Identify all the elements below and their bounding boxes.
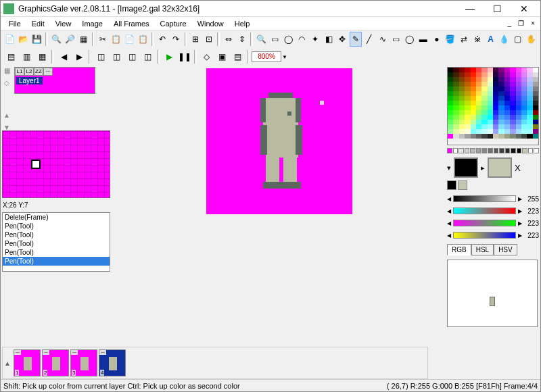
background-swatch[interactable] bbox=[488, 157, 512, 178]
palette-cell[interactable] bbox=[533, 110, 538, 115]
palette-cell[interactable] bbox=[510, 115, 515, 120]
palette-cell[interactable] bbox=[493, 72, 498, 77]
palette-cell[interactable] bbox=[521, 105, 527, 110]
palette-cell[interactable] bbox=[453, 124, 458, 129]
palette-cell[interactable] bbox=[516, 96, 521, 101]
onion1-icon[interactable]: ◫ bbox=[93, 49, 108, 64]
palette-cell[interactable] bbox=[476, 105, 481, 110]
palette-cell[interactable] bbox=[527, 115, 532, 120]
palette-cell[interactable] bbox=[521, 129, 527, 134]
palette-cell[interactable] bbox=[533, 105, 538, 110]
redo-icon[interactable]: ↷ bbox=[170, 32, 183, 47]
palette-cell[interactable] bbox=[488, 101, 493, 105]
palette-cell[interactable] bbox=[533, 68, 538, 72]
selcolor-icon[interactable]: ◧ bbox=[323, 32, 335, 47]
palette-cell[interactable] bbox=[516, 91, 521, 96]
palette-cell[interactable] bbox=[533, 101, 538, 105]
palette-cell[interactable] bbox=[459, 105, 465, 110]
maximize-button[interactable]: ☐ bbox=[484, 2, 511, 16]
palette-cell[interactable] bbox=[498, 68, 504, 72]
palette-cell[interactable] bbox=[510, 105, 515, 110]
play-icon[interactable]: ▶ bbox=[162, 49, 177, 64]
colormode-tab-hsv[interactable]: HSV bbox=[494, 244, 517, 255]
palette-cell[interactable] bbox=[471, 115, 476, 120]
palette-cell[interactable] bbox=[498, 110, 504, 115]
palette-cell[interactable] bbox=[504, 91, 510, 96]
palette-cell[interactable] bbox=[521, 110, 527, 115]
palette-cell[interactable] bbox=[481, 120, 487, 124]
zoom-combo[interactable]: 800% bbox=[252, 51, 281, 62]
palette-cell[interactable] bbox=[476, 91, 481, 96]
palette-cell[interactable] bbox=[498, 72, 504, 77]
gray-cell[interactable] bbox=[511, 148, 516, 153]
palette-cell[interactable] bbox=[504, 134, 510, 139]
palette-cell[interactable] bbox=[453, 105, 458, 110]
zoom-dropdown-icon[interactable]: ▼ bbox=[282, 54, 287, 60]
palette-cell[interactable] bbox=[527, 87, 532, 91]
pause-icon[interactable]: ❚❚ bbox=[177, 49, 192, 64]
close-button[interactable]: ✕ bbox=[511, 2, 538, 16]
menu-help[interactable]: Help bbox=[229, 18, 256, 29]
delframe-icon[interactable]: ▦ bbox=[34, 49, 49, 64]
menu-capture[interactable]: Capture bbox=[155, 18, 192, 29]
transp-icon[interactable]: ◇ bbox=[199, 49, 214, 64]
rect-icon[interactable]: ▭ bbox=[390, 32, 402, 47]
history-panel[interactable]: Delete(Frame)Pen(Tool)Pen(Tool)Pen(Tool)… bbox=[2, 212, 110, 272]
palette-cell[interactable] bbox=[471, 129, 476, 134]
palette-cell[interactable] bbox=[493, 91, 498, 96]
palette-cell[interactable] bbox=[481, 129, 487, 134]
palette-cell[interactable] bbox=[448, 105, 453, 110]
palette-cell[interactable] bbox=[521, 82, 527, 87]
timeline-up-icon[interactable]: ▲ bbox=[4, 360, 12, 367]
layer-tab-1[interactable]: L1 bbox=[15, 68, 24, 76]
palette-cell[interactable] bbox=[476, 124, 481, 129]
palette-cell[interactable] bbox=[448, 129, 453, 134]
palette-cell[interactable] bbox=[504, 87, 510, 91]
layerup-icon[interactable]: ▲ bbox=[2, 112, 11, 121]
layervis-icon[interactable]: ▦ bbox=[2, 67, 11, 76]
gray-cell[interactable] bbox=[470, 148, 475, 153]
palette-cell[interactable] bbox=[516, 110, 521, 115]
palette-cell[interactable] bbox=[527, 105, 532, 110]
palette-cell[interactable] bbox=[527, 72, 532, 77]
palette-cell[interactable] bbox=[504, 82, 510, 87]
swatch-arrow-icon[interactable]: ▾ bbox=[447, 164, 451, 172]
gray-cell[interactable] bbox=[494, 148, 499, 153]
palette-cell[interactable] bbox=[510, 110, 515, 115]
foreground-swatch[interactable] bbox=[454, 157, 478, 178]
palette-cell[interactable] bbox=[516, 105, 521, 110]
palette-cell[interactable] bbox=[481, 68, 487, 72]
slider-right-icon[interactable]: ▶ bbox=[518, 196, 522, 202]
text-icon[interactable]: A bbox=[484, 32, 497, 47]
color-slider[interactable]: ◀▶223 bbox=[447, 229, 539, 241]
palette-cell[interactable] bbox=[453, 77, 458, 82]
palette-cell[interactable] bbox=[471, 87, 476, 91]
hand-icon[interactable]: ✋ bbox=[525, 32, 538, 47]
palette-cell[interactable] bbox=[471, 82, 476, 87]
palette-cell[interactable] bbox=[493, 82, 498, 87]
palette-cell[interactable] bbox=[481, 96, 487, 101]
palette-cell[interactable] bbox=[465, 68, 470, 72]
frame-icon[interactable]: ▤ bbox=[3, 49, 18, 64]
palette-cell[interactable] bbox=[476, 101, 481, 105]
lasso-icon[interactable]: ◠ bbox=[296, 32, 308, 47]
palette-cell[interactable] bbox=[476, 120, 481, 124]
gray-cell[interactable] bbox=[447, 148, 452, 153]
history-item[interactable]: Pen(Tool) bbox=[3, 222, 110, 230]
palette-cell[interactable] bbox=[476, 82, 481, 87]
palette-cell[interactable] bbox=[527, 68, 532, 72]
palette-cell[interactable] bbox=[493, 68, 498, 72]
palette-cell[interactable] bbox=[471, 124, 476, 129]
palette-cell[interactable] bbox=[465, 101, 470, 105]
palette-cell[interactable] bbox=[465, 96, 470, 101]
palette-cell[interactable] bbox=[471, 96, 476, 101]
palette-cell[interactable] bbox=[448, 96, 453, 101]
undo-icon[interactable]: ↶ bbox=[156, 32, 169, 47]
palette-cell[interactable] bbox=[498, 115, 504, 120]
palette-cell[interactable] bbox=[504, 124, 510, 129]
palette-cell[interactable] bbox=[527, 124, 532, 129]
palette-cell[interactable] bbox=[448, 101, 453, 105]
canvas-area[interactable] bbox=[113, 66, 446, 379]
palette-cell[interactable] bbox=[498, 134, 504, 139]
timeline-frame[interactable]: ···4 bbox=[99, 349, 126, 376]
